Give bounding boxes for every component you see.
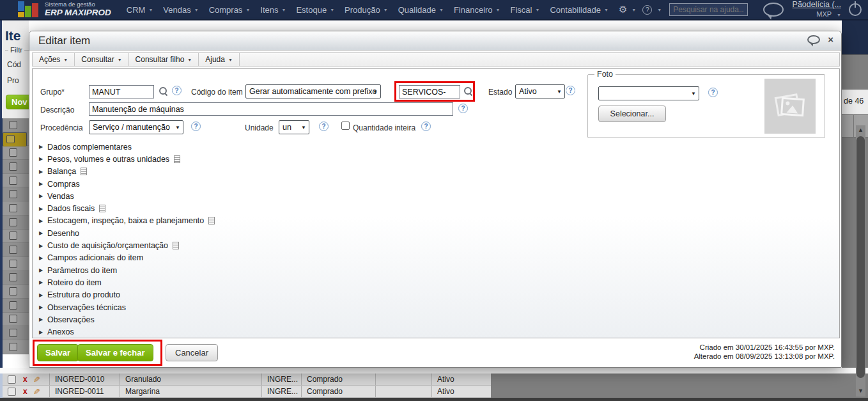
row-checkbox[interactable] (9, 218, 17, 226)
section-toggle[interactable]: ▶ Dados fiscais (39, 202, 215, 214)
nav-menu-item[interactable]: Qualidade ▼ (398, 5, 444, 15)
edit-pencil-icon[interactable]: ✎ (33, 375, 40, 384)
dialog-menu-item[interactable]: Ações ▼ (33, 53, 75, 66)
estado-select[interactable]: Ativo ▼ (515, 84, 565, 98)
nav-menu-item[interactable]: Financeiro ▼ (454, 5, 500, 15)
dialog-menu-item[interactable]: Consultar ▼ (75, 53, 128, 66)
row-checkbox[interactable] (9, 148, 17, 157)
row-checkbox[interactable] (6, 135, 15, 143)
help-icon[interactable]: ? (319, 122, 329, 131)
row-checkbox[interactable] (9, 204, 17, 212)
help-icon[interactable]: ? (421, 122, 431, 131)
grupo-lookup-icon[interactable] (159, 87, 168, 96)
quantidade-inteira-checkbox[interactable] (341, 122, 350, 130)
nav-menu-item[interactable]: Fiscal ▼ (511, 5, 540, 15)
document-icon[interactable] (81, 168, 87, 175)
section-toggle[interactable]: ▶ Balança (39, 166, 215, 178)
table-row[interactable]: x ✎ INGRED-0011 Margarina INGRE... Compr… (3, 386, 491, 398)
row-checkbox[interactable] (9, 190, 17, 198)
section-toggle[interactable]: ▶ Observações técnicas (39, 301, 215, 313)
document-icon[interactable] (174, 155, 180, 163)
help-icon[interactable]: ? (708, 88, 718, 97)
descricao-input[interactable] (89, 102, 453, 116)
help-icon[interactable]: ? (172, 86, 182, 95)
row-checkbox[interactable] (8, 388, 16, 396)
dialog-menu-item[interactable]: Ajuda ▼ (199, 53, 240, 66)
section-toggle[interactable]: ▶ Pesos, volumes e outras unidades (39, 153, 215, 165)
nav-menu-item[interactable]: Contabilidade ▼ (550, 5, 608, 15)
row-checkbox[interactable] (8, 375, 16, 384)
row-checkbox[interactable] (9, 315, 17, 323)
grupo-input[interactable] (89, 85, 154, 98)
dialog-menu-item[interactable]: Consultar filho ▼ (129, 53, 199, 66)
help-icon[interactable]: ? (642, 5, 652, 15)
row-checkbox[interactable] (9, 260, 17, 268)
section-toggle[interactable]: ▶ Estrutura do produto (39, 289, 215, 301)
delete-icon[interactable]: x (23, 375, 27, 384)
edit-pencil-icon[interactable]: ✎ (33, 387, 40, 397)
chevron-down-icon[interactable]: ▼ (657, 8, 662, 12)
codigo-lookup-icon[interactable] (464, 87, 473, 96)
table-row[interactable]: x ✎ INGRED-0010 Granulado INGRE... Compr… (3, 373, 491, 386)
section-toggle[interactable]: ▶ Desenho (39, 227, 215, 239)
new-item-button[interactable]: Nov (6, 95, 29, 109)
dialog-chat-icon[interactable] (807, 35, 820, 44)
power-logout-icon[interactable] (849, 3, 862, 16)
row-checkbox[interactable] (9, 246, 17, 254)
selecionar-button[interactable]: Selecionar... (598, 106, 666, 122)
row-checkbox[interactable] (9, 343, 17, 351)
user-name-link[interactable]: Pãodelícia (... (793, 0, 841, 10)
row-checkbox[interactable] (9, 232, 17, 240)
nav-menu-item[interactable]: Itens ▼ (260, 5, 286, 15)
row-checkbox[interactable] (9, 329, 17, 337)
row-checkbox[interactable] (9, 301, 17, 310)
nav-menu-item[interactable]: Compras ▼ (209, 5, 251, 15)
codigo-mode-select[interactable]: Gerar automaticamente com prefixo ▼ (245, 84, 381, 98)
section-toggle[interactable]: ▶ Compras (39, 178, 215, 190)
help-icon[interactable]: ? (566, 86, 575, 95)
document-icon[interactable] (99, 205, 105, 212)
document-icon[interactable] (208, 217, 215, 224)
nav-menu-item[interactable]: Produção ▼ (345, 5, 388, 15)
section-toggle[interactable]: ▶ Roteiro do item (39, 276, 215, 288)
foto-select[interactable]: ▼ (598, 86, 699, 100)
user-code[interactable]: MXP ▼ (793, 10, 841, 19)
codigo-prefix-input[interactable] (399, 85, 460, 98)
section-toggle[interactable]: ▶ Custo de aquisição/orçamentação (39, 239, 215, 251)
dialog-titlebar[interactable]: Editar item × (29, 31, 841, 51)
row-checkbox[interactable] (9, 121, 17, 129)
close-icon[interactable]: × (828, 35, 833, 44)
section-toggle[interactable]: ▶ Parâmetros do item (39, 264, 215, 276)
gear-icon[interactable]: ⚙ (619, 4, 627, 15)
section-toggle[interactable]: ▶ Estocagem, inspeção, baixa e planejame… (39, 215, 215, 227)
row-checkbox[interactable] (9, 273, 17, 281)
chevron-down-icon[interactable]: ▼ (632, 8, 636, 12)
salvar-e-fechar-button[interactable]: Salvar e fechar (77, 344, 153, 361)
scrollbar-up-arrow[interactable]: ▲ (856, 125, 865, 134)
unidade-select[interactable]: un ▼ (279, 120, 309, 134)
delete-icon[interactable]: x (23, 387, 27, 396)
nav-menu-item[interactable]: Vendas ▼ (163, 5, 198, 15)
scrollbar-down-arrow[interactable]: ▼ (856, 386, 865, 395)
cancelar-button[interactable]: Cancelar (166, 344, 218, 361)
section-toggle[interactable]: ▶ Observações (39, 313, 215, 326)
scrollbar-thumb[interactable] (856, 136, 865, 378)
salvar-button[interactable]: Salvar (37, 344, 79, 361)
help-icon[interactable]: ? (458, 104, 468, 113)
section-toggle[interactable]: ▶ Vendas (39, 190, 215, 202)
chat-icon[interactable] (763, 3, 784, 17)
search-input[interactable] (669, 3, 748, 16)
section-toggle[interactable]: ▶ Anexos (39, 326, 215, 338)
section-toggle[interactable]: ▶ Dados complementares (39, 141, 215, 153)
row-checkbox[interactable] (9, 287, 17, 295)
nav-menu-item[interactable]: Estoque ▼ (296, 5, 334, 15)
section-toggle[interactable]: ▶ Campos adicionais do item (39, 252, 215, 264)
procedencia-select[interactable]: Serviço / manutenção ▼ (89, 120, 183, 134)
row-checkbox[interactable] (9, 162, 17, 171)
nav-menu-item[interactable]: CRM ▼ (127, 5, 153, 15)
document-icon[interactable] (173, 242, 179, 249)
row-checkbox[interactable] (9, 177, 17, 185)
help-icon[interactable]: ? (191, 122, 201, 131)
quantidade-inteira-label: Quantidade inteira (353, 123, 415, 132)
user-menu[interactable]: Pãodelícia (... MXP ▼ (793, 0, 841, 19)
